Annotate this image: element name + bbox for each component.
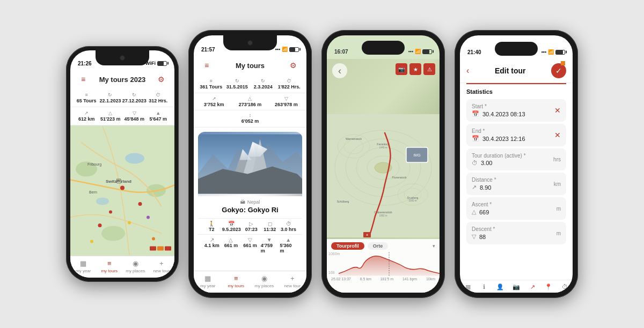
map-icon-photo[interactable]: 📷: [396, 63, 407, 75]
tour-card-image: [198, 132, 302, 196]
p2-nav-new[interactable]: + new tour: [279, 274, 307, 288]
svg-point-9: [120, 186, 125, 190]
battery2-icon: [289, 47, 299, 52]
stat-hours: ⏱ 312 Hrs.: [147, 91, 170, 105]
detail-min-alt: ▼ 4'759 m: [261, 237, 278, 254]
phone-1: 21:26 ▪▪▪ WiFi ≡ My tours 2023 ⚙ ≡ 65 To…: [66, 46, 179, 282]
stat-ascent: △ 51'223 m: [99, 109, 123, 123]
phone1-camera: [120, 55, 125, 61]
back-button[interactable]: ‹: [466, 66, 469, 76]
calendar-icon-end: 📅: [472, 135, 479, 142]
battery4-icon: [555, 50, 565, 55]
tour-card[interactable]: 🏔 Nepal Gokyo: Gokyo Ri 🚶 T2 📅 9.5.2023: [198, 132, 302, 256]
menu2-icon[interactable]: ≡: [200, 59, 213, 72]
svg-text:Switzrland: Switzrland: [106, 178, 131, 184]
svg-point-2: [96, 198, 109, 205]
map-icon-star[interactable]: ★: [409, 63, 421, 75]
calendar-icon-start: 📅: [472, 110, 479, 117]
phone2-inner: 21:57 ▪▪▪ 📶 ≡ My tours ⚙ ≡ 361 Tours: [194, 35, 306, 293]
p2-nav-tours[interactable]: ≡ my tours: [222, 274, 251, 288]
detail-dist: ↗ 4.1 km: [203, 237, 221, 254]
menu-icon[interactable]: ≡: [77, 73, 90, 86]
svg-rect-18: [157, 247, 164, 251]
phone1-stats-row2: ↗ 612 km △ 51'223 m ▽ 45'848 m ▲ 5'647 m: [70, 107, 174, 125]
edit-nav-photo[interactable]: 📷: [508, 284, 524, 290]
phone3-inner: 16:07 ▪▪▪ 📶 ‹ 📷 ★ ⚠: [327, 35, 440, 293]
svg-point-10: [138, 202, 142, 206]
edit-nav-route[interactable]: ↗: [524, 284, 540, 290]
phone1-header: ≡ My tours 2023 ⚙: [70, 70, 174, 89]
clear-start-button[interactable]: ✕: [554, 106, 561, 115]
stat-alt: ▲ 5'647 m: [147, 109, 171, 123]
svg-text:1892 m: 1892 m: [379, 214, 387, 217]
map-svg: Switzrland Bern Fribourg: [70, 125, 174, 256]
svg-rect-17: [150, 247, 156, 251]
svg-rect-19: [165, 247, 171, 251]
phone2-stats-row2: ↗ 3'752 km △ 273'186 m ▽ 263'978 m: [194, 93, 306, 110]
recording-dot: [561, 61, 565, 65]
elev-chevron[interactable]: ▾: [433, 242, 435, 250]
nav-my-places[interactable]: ◉ my places: [122, 259, 149, 273]
edit-nav-map[interactable]: ▦: [460, 284, 476, 290]
edit-nav-person[interactable]: 👤: [492, 284, 508, 290]
phone-2: 21:57 ▪▪▪ 📶 ≡ My tours ⚙ ≡ 361 Tours: [188, 30, 312, 298]
p2-tours: ≡ 361 Tours: [198, 77, 224, 91]
elev-footer: 25.02 13:37 8.5 km 181'5 m 141 bpm 10km: [327, 276, 440, 282]
svg-text:Schülberg: Schülberg: [337, 200, 349, 203]
phone2-bottom-nav: ▦ my year ≡ my tours ◉ my places + new t…: [194, 271, 306, 293]
nav-my-tours[interactable]: ≡ my tours: [97, 259, 123, 273]
svg-rect-28: [327, 114, 440, 237]
descent-field[interactable]: Descent * ▽ 88 m: [466, 222, 566, 244]
svg-text:Wannenstock: Wannenstock: [346, 137, 362, 140]
nav-new-tour[interactable]: + new tour: [149, 259, 175, 273]
elev-tab-tourprofil[interactable]: Tourprofil: [331, 242, 364, 250]
end-field[interactable]: End * 📅 30.4.2023 12:16 ✕: [466, 124, 566, 146]
phone1-notch: [96, 50, 149, 65]
edit-title: Edit tour: [495, 66, 526, 75]
stat-end-date: ↻ 27.12.2023: [122, 91, 147, 105]
map-back-button[interactable]: ‹: [332, 63, 347, 78]
phone3-island: [362, 41, 405, 55]
phone1-time: 21:26: [78, 61, 92, 66]
p2-start: ↻ 31.5.2015: [224, 77, 251, 91]
clear-end-button[interactable]: ✕: [554, 131, 561, 139]
descent-icon: ▽: [472, 233, 476, 240]
detail-end-time: ◻ 11:32: [262, 221, 279, 232]
stat-tours: ≡ 65 Tours: [75, 91, 98, 105]
start-field[interactable]: Start * 📅 30.4.2023 08:13 ✕: [466, 99, 566, 122]
map-icon-alert[interactable]: ⚠: [423, 63, 435, 75]
svg-point-5: [101, 226, 125, 241]
ascent-field[interactable]: Ascent * △ 669 m: [466, 197, 566, 220]
distance-unit: km: [554, 181, 561, 187]
elev-tab-orte[interactable]: Orte: [368, 242, 389, 250]
edit-nav-info[interactable]: ℹ: [476, 284, 492, 290]
nav-my-year[interactable]: ▦ my year: [70, 259, 97, 273]
edit-nav-pin[interactable]: 📍: [540, 284, 557, 290]
phone4-inner: 21:40 ▪▪▪ 📶 ‹ Edit tour ✓ Statistics: [460, 35, 573, 293]
tour-info: 🏔 Nepal Gokyo: Gokyo Ri: [198, 196, 302, 218]
edit-nav-clock[interactable]: ⏱: [557, 284, 573, 290]
p2-hrs: ⏱ 1'822 Hrs.: [276, 77, 303, 91]
confirm-button[interactable]: ✓: [551, 63, 566, 78]
ascent-unit: m: [557, 206, 561, 212]
edit-scroll-area[interactable]: Statistics Start * 📅 30.4.2023 08:13 ✕: [460, 84, 573, 280]
phone2-status-icons: ▪▪▪ 📶: [275, 47, 299, 52]
duration-field[interactable]: Tour duration (active) * ⏱ 3.00 hrs: [466, 148, 566, 170]
elev-tabs: Tourprofil Orte ▾: [327, 239, 440, 252]
p2-nav-places[interactable]: ◉ my places: [250, 274, 279, 288]
phone3-map[interactable]: ‹ 📷 ★ ⚠: [327, 59, 440, 293]
svg-point-12: [128, 221, 131, 225]
p2-nav-year[interactable]: ▦ my year: [194, 274, 222, 288]
distance-icon: ↗: [472, 184, 477, 191]
settings2-icon[interactable]: ⚙: [287, 59, 300, 72]
phone1-map[interactable]: Switzrland Bern Fribourg: [70, 125, 174, 256]
phones-container: 21:26 ▪▪▪ WiFi ≡ My tours 2023 ⚙ ≡ 65 To…: [55, 19, 589, 309]
stat-km: ↗ 612 km: [75, 109, 99, 123]
distance-field[interactable]: Distance * ↗ 8.90 km: [466, 173, 566, 195]
settings-icon[interactable]: ⚙: [155, 73, 168, 86]
svg-text:+: +: [366, 233, 368, 237]
phone2-time: 21:57: [201, 47, 215, 53]
phone4-edit-header: ‹ Edit tour ✓: [460, 60, 573, 83]
svg-point-15: [152, 237, 155, 241]
map-overlay-icons: 📷 ★ ⚠: [396, 63, 435, 75]
